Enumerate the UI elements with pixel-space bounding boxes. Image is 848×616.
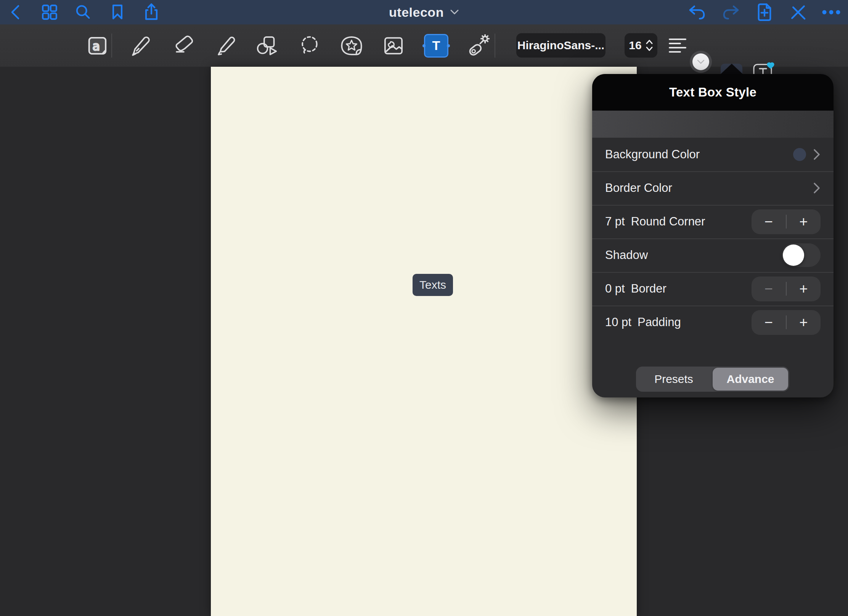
bookmark-icon (110, 4, 125, 21)
tools-toolbar: a (0, 24, 848, 67)
undo-icon (688, 4, 706, 20)
document-title[interactable]: utelecon (389, 5, 444, 20)
lasso-icon (299, 35, 321, 57)
eraser-icon (172, 35, 194, 57)
undo-button[interactable] (685, 0, 709, 24)
stylus-disabled-icon (789, 3, 807, 21)
row-label: Border (631, 282, 667, 296)
image-icon (383, 35, 404, 56)
border-value: 0 pt (605, 282, 625, 296)
popup-row-border: 0 pt Border − + (592, 272, 834, 306)
elements-sticker-icon (340, 35, 363, 56)
tool-elements[interactable] (334, 24, 369, 67)
bookmark-button[interactable] (105, 0, 130, 24)
plus-button[interactable]: + (787, 214, 821, 229)
minus-button[interactable]: − (752, 315, 786, 330)
document-page[interactable]: Texts (211, 67, 637, 616)
toolbar-divider (111, 34, 112, 58)
padding-stepper: − + (752, 310, 821, 335)
font-size-value: 16 (629, 39, 641, 52)
text-color-swatch-white (692, 53, 709, 70)
toggle-knob (783, 244, 804, 266)
pen-icon (129, 35, 151, 57)
border-stepper: − + (752, 277, 821, 301)
stylus-disabled-button[interactable] (786, 0, 810, 24)
canvas-textbox-text: Texts (419, 278, 446, 291)
color-chevron-down-icon (697, 60, 705, 64)
plus-button[interactable]: + (787, 281, 821, 296)
row-label: Padding (638, 315, 681, 329)
title-chevron-down-icon (450, 9, 459, 15)
popup-row-border-color[interactable]: Border Color (592, 171, 834, 205)
popup-row-shadow: Shadow (592, 238, 834, 272)
text-tool-active-icon: T (424, 34, 448, 58)
grid-icon (41, 4, 58, 21)
shapes-icon (255, 35, 278, 57)
align-left-icon (669, 38, 686, 53)
text-alignment-button[interactable] (666, 33, 689, 58)
tool-laser-pointer[interactable] (461, 24, 496, 67)
more-options-button[interactable] (819, 0, 843, 24)
chevron-right-icon (813, 182, 821, 194)
tool-image[interactable] (376, 24, 411, 67)
selection-handle-right (447, 44, 450, 47)
shadow-toggle-off[interactable] (782, 243, 821, 267)
popup-title: Text Box Style (669, 85, 756, 100)
tool-text[interactable]: T (419, 24, 453, 67)
toolbar-divider (495, 34, 495, 58)
segment-advance-selected[interactable]: Advance (713, 368, 788, 391)
text-tool-glyph: T (432, 38, 440, 53)
segment-presets[interactable]: Presets (636, 367, 711, 392)
ellipsis-icon (822, 10, 840, 14)
tool-zoom-window[interactable]: a (80, 24, 114, 67)
padding-value: 10 pt (605, 315, 631, 329)
redo-icon (722, 4, 740, 20)
highlighter-icon (215, 35, 237, 57)
tool-shapes[interactable] (250, 24, 284, 67)
chevron-right-icon (813, 148, 821, 161)
zoom-window-icon: a (86, 35, 108, 56)
popup-row-background-color[interactable]: Background Color (592, 138, 834, 171)
search-icon (74, 4, 91, 21)
tool-lasso[interactable] (292, 24, 327, 67)
selection-handle-left (422, 44, 426, 47)
canvas-textbox[interactable]: Texts (413, 274, 453, 296)
plus-button[interactable]: + (787, 315, 821, 330)
add-page-button[interactable] (752, 0, 777, 24)
minus-button-disabled[interactable]: − (752, 281, 786, 296)
round-corner-stepper: − + (752, 209, 821, 234)
search-button[interactable] (71, 0, 95, 24)
popup-arrow (720, 64, 744, 75)
round-corner-value: 7 pt (605, 215, 625, 228)
text-color-button[interactable] (690, 51, 712, 73)
thumbnails-button[interactable] (37, 0, 62, 24)
size-up-down-icon (646, 39, 653, 52)
popup-row-padding: 10 pt Padding − + (592, 306, 834, 339)
tool-highlighter[interactable] (209, 24, 243, 67)
row-label: Shadow (605, 248, 648, 262)
background-color-swatch (793, 148, 806, 161)
font-size-stepper[interactable]: 16 (625, 33, 657, 58)
row-label: Background Color (605, 148, 700, 161)
row-label: Border Color (605, 181, 672, 195)
popup-header: Text Box Style (592, 74, 834, 111)
presets-advance-segmented-control: Presets Advance (636, 367, 789, 392)
top-navigation-bar: utelecon (0, 0, 848, 24)
redo-button[interactable] (719, 0, 743, 24)
tool-eraser[interactable] (165, 24, 200, 67)
font-name-selector[interactable]: HiraginoSans-... (516, 33, 605, 58)
share-icon (143, 3, 159, 21)
add-page-icon (756, 3, 773, 22)
svg-text:a: a (92, 39, 100, 53)
popup-footer: Presets Advance (592, 339, 834, 397)
popup-row-round-corner: 7 pt Round Corner − + (592, 205, 834, 238)
tool-pen[interactable] (123, 24, 157, 67)
laser-pointer-icon (467, 34, 490, 57)
textbox-style-popup: Text Box Style Background Color Border C… (592, 74, 834, 397)
share-button[interactable] (139, 0, 164, 24)
font-name-label: HiraginoSans-... (517, 39, 604, 52)
popup-preview-strip (592, 111, 834, 138)
row-label: Round Corner (631, 215, 705, 228)
minus-button[interactable]: − (752, 214, 786, 229)
back-button[interactable] (3, 0, 27, 24)
